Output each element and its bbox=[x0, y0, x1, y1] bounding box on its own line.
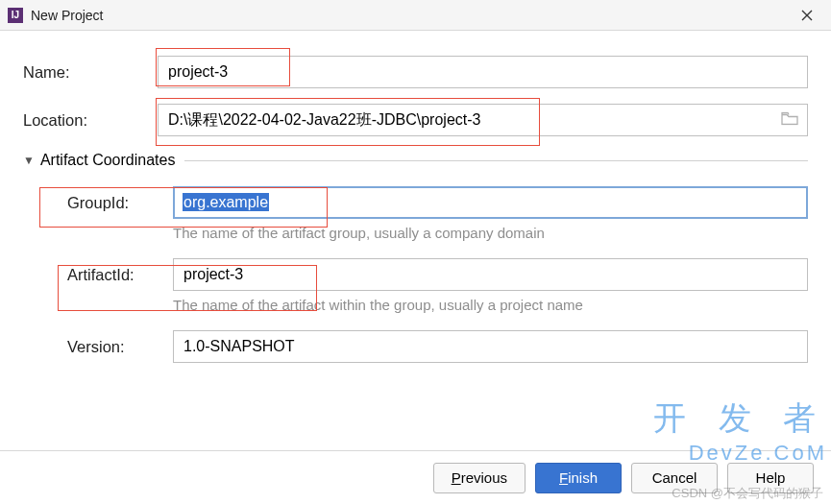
dialog-content: Name: Location: ▼ Artifact Coordinates G… bbox=[0, 31, 831, 363]
close-icon bbox=[801, 10, 813, 21]
location-label: Location: bbox=[23, 111, 158, 130]
artifact-coordinates-label: Artifact Coordinates bbox=[40, 152, 176, 169]
location-row: Location: bbox=[23, 104, 808, 136]
chevron-down-icon: ▼ bbox=[23, 154, 35, 167]
location-input[interactable] bbox=[158, 104, 808, 136]
artifactid-row: ArtifactId: bbox=[52, 258, 808, 291]
version-label: Version: bbox=[52, 338, 173, 356]
watermark-csdn: CSDN @不会写代码的猴子 bbox=[672, 485, 823, 502]
browse-folder-icon[interactable] bbox=[781, 112, 798, 129]
groupid-row: GroupId: org.example bbox=[52, 186, 808, 219]
separator-line bbox=[184, 160, 808, 161]
name-row: Name: bbox=[23, 56, 808, 88]
titlebar: IJ New Project bbox=[0, 0, 831, 31]
artifactid-hint: The name of the artifact within the grou… bbox=[52, 297, 808, 313]
window-title: New Project bbox=[31, 8, 103, 23]
previous-button[interactable]: Previous bbox=[433, 463, 525, 493]
artifact-coordinates-header[interactable]: ▼ Artifact Coordinates bbox=[23, 152, 808, 169]
artifact-coordinates-section: GroupId: org.example The name of the art… bbox=[23, 186, 808, 363]
finish-button[interactable]: Finish bbox=[535, 463, 622, 493]
close-button[interactable] bbox=[791, 4, 823, 27]
groupid-label: GroupId: bbox=[52, 194, 173, 212]
artifactid-input[interactable] bbox=[173, 258, 808, 291]
name-input[interactable] bbox=[158, 56, 808, 88]
groupid-input[interactable] bbox=[173, 186, 808, 219]
groupid-hint: The name of the artifact group, usually … bbox=[52, 225, 808, 241]
version-input[interactable] bbox=[173, 330, 808, 363]
version-row: Version: bbox=[52, 330, 808, 363]
app-icon: IJ bbox=[8, 8, 23, 23]
artifactid-label: ArtifactId: bbox=[52, 266, 173, 284]
name-label: Name: bbox=[23, 63, 158, 82]
